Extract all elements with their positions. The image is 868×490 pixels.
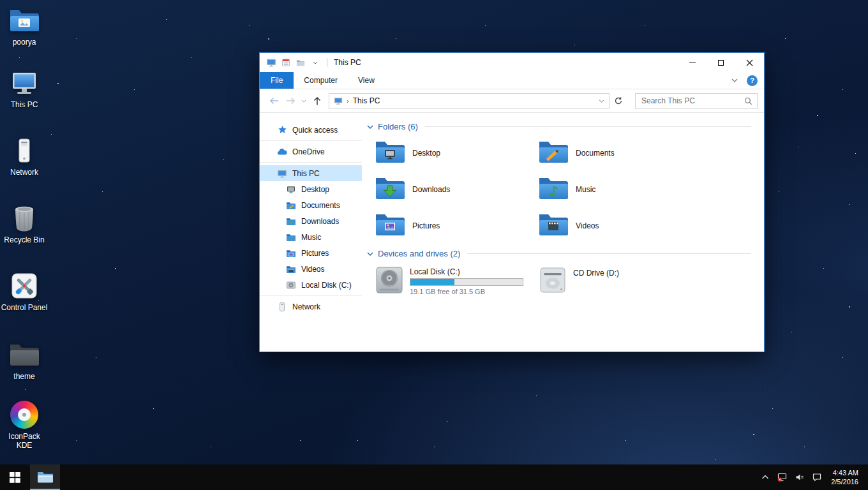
file-explorer-icon [37, 471, 54, 484]
desktop-icon-label: Control Panel [1, 303, 48, 312]
desktop-icon-theme[interactable]: theme [0, 339, 49, 381]
close-icon [746, 59, 753, 66]
help-button[interactable]: ? [747, 75, 758, 86]
sidebar-item-pictures[interactable]: Pictures [260, 245, 362, 261]
folder-tile-downloads[interactable]: Downloads [375, 177, 538, 202]
folder-tile-pictures[interactable]: Pictures [375, 213, 538, 239]
sidebar-item-onedrive[interactable]: OneDrive [260, 144, 362, 160]
theme-folder-icon [9, 339, 40, 370]
folder-tile-label: Desktop [412, 149, 440, 158]
qat-customize-icon[interactable] [310, 57, 320, 68]
action-center-icon[interactable] [808, 464, 825, 490]
network-status-icon[interactable] [774, 464, 791, 490]
sidebar-item-label: Pictures [301, 249, 329, 258]
folder-tile-label: Documents [576, 149, 615, 158]
pictures-folder-icon [286, 248, 296, 258]
folder-tile-music[interactable]: Music [538, 177, 751, 202]
expand-ribbon-icon[interactable] [731, 78, 738, 82]
sidebar-item-local-disk[interactable]: Local Disk (C:) [260, 277, 362, 293]
sidebar-item-quick-access[interactable]: Quick access [260, 122, 362, 138]
back-button[interactable] [266, 93, 281, 108]
window-controls [678, 53, 764, 72]
desktop-icon-recycle-bin[interactable]: Recycle Bin [0, 203, 49, 244]
refresh-button[interactable] [611, 93, 626, 108]
folder-tile-label: Music [576, 185, 595, 194]
folder-tile-desktop[interactable]: Desktop [375, 140, 538, 166]
sidebar-item-videos[interactable]: Videos [260, 261, 362, 277]
drive-tile-local-disk[interactable]: Local Disk (C:) 19.1 GB free of 31.5 GB [375, 266, 538, 297]
folder-tile-label: Videos [576, 221, 599, 230]
sidebar-separator [260, 162, 362, 163]
sidebar-item-desktop[interactable]: Desktop [260, 181, 362, 197]
this-pc-monitor-icon [277, 168, 287, 179]
up-button[interactable] [310, 93, 325, 108]
maximize-button[interactable] [707, 53, 735, 72]
section-header-devices[interactable]: Devices and drives (2) [367, 249, 751, 258]
start-button[interactable] [0, 464, 30, 490]
tab-view[interactable]: View [348, 72, 385, 89]
sidebar-item-label: Quick access [292, 126, 338, 135]
music-folder-icon [286, 232, 296, 242]
sidebar-item-label: This PC [292, 169, 320, 178]
clock-date: 2/5/2016 [831, 477, 858, 486]
search-icon[interactable] [744, 97, 752, 105]
tray-chevron-icon[interactable] [756, 464, 774, 490]
iconpack-kde-icon [9, 399, 40, 430]
forward-button[interactable] [283, 93, 298, 108]
desktop-icon-label: Recycle Bin [4, 235, 44, 244]
volume-muted-icon[interactable] [791, 464, 808, 490]
section-header-label: Folders (6) [378, 122, 418, 131]
taskbar-file-explorer-button[interactable] [30, 464, 60, 490]
drive-info: CD Drive (D:) [573, 269, 619, 278]
desktop-icon-control-panel[interactable]: Control Panel [0, 271, 49, 312]
documents-folder-icon [538, 139, 569, 167]
properties-icon[interactable] [281, 57, 291, 68]
desktop-icon-poorya[interactable]: poorya [0, 5, 49, 47]
sidebar-item-downloads[interactable]: Downloads [260, 213, 362, 229]
desktop-icon-this-pc[interactable]: This PC [0, 68, 49, 109]
sidebar-item-this-pc[interactable]: This PC [260, 165, 362, 181]
onedrive-cloud-icon [277, 147, 287, 157]
sidebar-item-label: Network [292, 302, 320, 311]
disk-usage-bar [410, 278, 523, 286]
folder-tile-videos[interactable]: Videos [538, 213, 751, 239]
desktop-icon-label: IconPack KDE [0, 432, 49, 450]
desktop-icon-label: This PC [11, 100, 38, 109]
sidebar-item-label: Downloads [301, 217, 339, 226]
tab-computer[interactable]: Computer [294, 72, 348, 89]
app-icon [266, 57, 276, 68]
search-box[interactable] [635, 93, 758, 109]
maximize-icon [718, 60, 724, 66]
sidebar-item-label: Music [301, 233, 321, 242]
local-disk-icon [286, 280, 296, 290]
sidebar-separator [260, 295, 362, 296]
tab-file[interactable]: File [260, 72, 294, 89]
title-bar[interactable]: This PC [260, 53, 764, 72]
desktop-icon-network[interactable]: Network [0, 135, 49, 177]
control-panel-icon [9, 271, 40, 301]
address-bar[interactable]: › This PC [329, 93, 610, 109]
disk-usage-fill [410, 279, 454, 285]
sidebar-item-music[interactable]: Music [260, 229, 362, 245]
taskbar-clock[interactable]: 4:43 AM 2/5/2016 [825, 464, 864, 490]
address-dropdown-icon[interactable] [599, 100, 604, 103]
section-header-folders[interactable]: Folders (6) [367, 122, 751, 131]
search-input[interactable] [640, 96, 744, 106]
start-icon [10, 472, 20, 483]
sidebar-item-label: Videos [301, 265, 324, 274]
section-collapse-icon [367, 125, 373, 129]
clock-time: 4:43 AM [833, 468, 858, 477]
videos-folder-icon [286, 264, 296, 274]
close-button[interactable] [735, 53, 764, 72]
drive-tile-cd[interactable]: CD Drive (D:) [538, 266, 751, 297]
recent-locations-button[interactable] [299, 93, 308, 108]
folders-grid: Desktop Documents [375, 140, 751, 239]
new-folder-icon[interactable] [296, 57, 306, 68]
desktop-icon-iconpack-kde[interactable]: IconPack KDE [0, 399, 49, 450]
folder-tile-documents[interactable]: Documents [538, 140, 751, 166]
minimize-button[interactable] [678, 53, 707, 72]
sidebar-item-documents[interactable]: Documents [260, 197, 362, 213]
breadcrumb[interactable]: This PC [353, 96, 380, 105]
sidebar-item-network[interactable]: Network [260, 299, 362, 315]
folder-tile-label: Pictures [412, 221, 440, 230]
